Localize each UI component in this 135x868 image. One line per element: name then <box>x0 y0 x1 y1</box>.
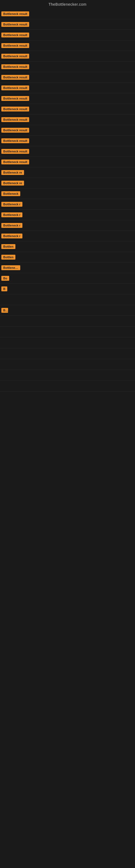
bottleneck-badge: Bottleneck result <box>1 117 29 122</box>
result-row: Bottleneck r <box>0 231 135 241</box>
result-row: Bottleneck result <box>0 115 135 125</box>
bottleneck-badge: Bottleneck result <box>1 11 29 16</box>
bottleneck-badge: Bottleneck re <box>1 170 24 175</box>
result-row <box>0 370 135 381</box>
bottleneck-badge: Bottleneck <box>1 265 20 270</box>
result-row: Bottleneck result <box>0 51 135 62</box>
result-row: Bottleneck result <box>0 125 135 135</box>
bottleneck-badge: Bottleneck result <box>1 86 29 90</box>
bottleneck-badge: Bottleneck result <box>1 96 29 101</box>
result-row <box>0 327 135 337</box>
bottleneck-badge: Bottleneck <box>1 191 20 196</box>
result-row: Bottleneck result <box>0 62 135 72</box>
result-row: B <box>0 284 135 294</box>
result-row: Bottleneck result <box>0 19 135 30</box>
bottleneck-badge: Bottleneck result <box>1 64 29 69</box>
bottleneck-badge: Bottleneck result <box>1 54 29 59</box>
result-row: Bottleneck result <box>0 146 135 157</box>
result-row: Bottlen <box>0 241 135 252</box>
bottleneck-badge: Bottleneck r <box>1 223 22 228</box>
bottleneck-badge: Bottleneck result <box>1 75 29 80</box>
result-row: Bottleneck result <box>0 93 135 104</box>
result-row: Bottleneck result <box>0 135 135 146</box>
result-row <box>0 294 135 305</box>
result-row: Bottleneck result <box>0 9 135 19</box>
result-row: Bottleneck re <box>0 178 135 188</box>
result-row: Bottleneck result <box>0 104 135 115</box>
bottleneck-badge: Bottleneck result <box>1 149 29 154</box>
result-row: Bottleneck r <box>0 210 135 220</box>
bottleneck-badge: Bottleneck result <box>1 138 29 143</box>
site-title: TheBottlenecker.com <box>0 0 135 9</box>
result-row: Bottleneck result <box>0 83 135 93</box>
result-row <box>0 337 135 348</box>
bottleneck-badge: Bottleneck result <box>1 43 29 48</box>
bottleneck-badge: Bottleneck r <box>1 234 22 239</box>
result-row <box>0 359 135 370</box>
result-row: Bottleneck result <box>0 40 135 51</box>
result-row: Bott <box>0 305 135 316</box>
result-row <box>0 381 135 392</box>
result-row: Bottleneck <box>0 188 135 199</box>
results-list: Bottleneck resultBottleneck resultBottle… <box>0 9 135 392</box>
result-row <box>0 348 135 359</box>
bottleneck-badge: Bottleneck re <box>1 181 24 186</box>
bottleneck-badge: B <box>1 286 7 291</box>
bottleneck-badge: Bottlen <box>1 244 15 249</box>
result-row: Bottleneck r <box>0 199 135 210</box>
result-row <box>0 316 135 327</box>
bottleneck-badge: Bottleneck result <box>1 22 29 27</box>
bottleneck-badge: Bottlen <box>1 255 15 259</box>
bottleneck-badge: Bottleneck result <box>1 33 29 37</box>
result-row: Bottleneck result <box>0 30 135 40</box>
bottleneck-badge: Bott <box>1 308 8 313</box>
result-row: Bottleneck re <box>0 167 135 178</box>
bottleneck-badge: Bottleneck r <box>1 212 22 217</box>
result-row: Bottleneck result <box>0 157 135 167</box>
result-row: Bottleneck result <box>0 72 135 83</box>
bottleneck-badge: Bottleneck r <box>1 202 22 207</box>
result-row: Bottlen <box>0 252 135 262</box>
bottleneck-badge: Bottleneck result <box>1 128 29 133</box>
result-row: Bottleneck <box>0 262 135 273</box>
result-row: Bottleneck r <box>0 220 135 231</box>
result-row: Bo <box>0 273 135 284</box>
bottleneck-badge: Bottleneck result <box>1 106 29 112</box>
bottleneck-badge: Bo <box>1 276 9 281</box>
bottleneck-badge: Bottleneck result <box>1 159 29 164</box>
